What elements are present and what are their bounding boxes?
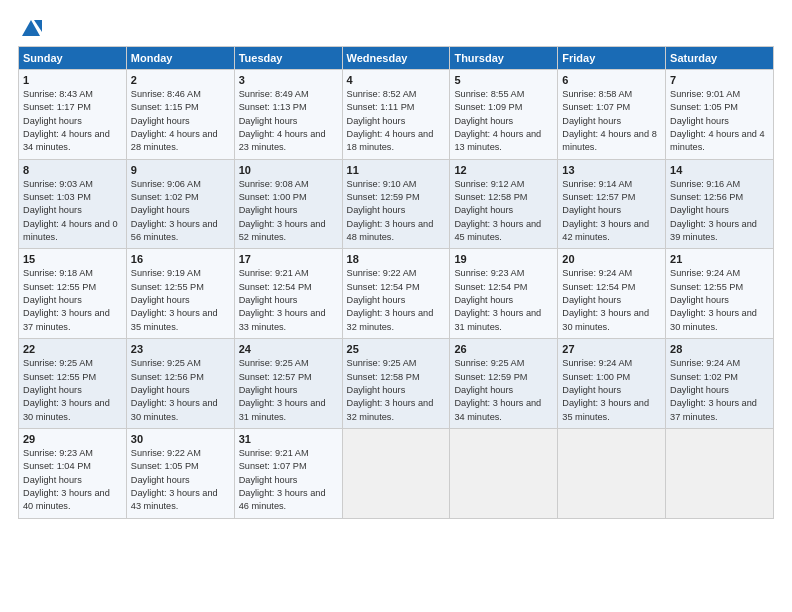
day-info: Sunrise: 9:10 AMSunset: 12:59 PMDaylight… [347, 179, 434, 242]
calendar-cell: 29 Sunrise: 9:23 AMSunset: 1:04 PMDaylig… [19, 428, 127, 518]
day-info: Sunrise: 9:22 AMSunset: 1:05 PMDaylight … [131, 448, 218, 511]
day-info: Sunrise: 9:23 AMSunset: 1:04 PMDaylight … [23, 448, 110, 511]
day-number: 14 [670, 164, 769, 176]
day-number: 21 [670, 253, 769, 265]
calendar-cell: 22 Sunrise: 9:25 AMSunset: 12:55 PMDayli… [19, 339, 127, 429]
day-number: 2 [131, 74, 230, 86]
calendar-cell: 26 Sunrise: 9:25 AMSunset: 12:59 PMDayli… [450, 339, 558, 429]
calendar-cell: 15 Sunrise: 9:18 AMSunset: 12:55 PMDayli… [19, 249, 127, 339]
day-info: Sunrise: 9:23 AMSunset: 12:54 PMDaylight… [454, 268, 541, 331]
day-number: 25 [347, 343, 446, 355]
day-info: Sunrise: 9:24 AMSunset: 1:02 PMDaylight … [670, 358, 757, 421]
weekday-header-friday: Friday [558, 47, 666, 70]
day-number: 3 [239, 74, 338, 86]
day-info: Sunrise: 9:22 AMSunset: 12:54 PMDaylight… [347, 268, 434, 331]
calendar-cell: 11 Sunrise: 9:10 AMSunset: 12:59 PMDayli… [342, 159, 450, 249]
day-number: 22 [23, 343, 122, 355]
day-info: Sunrise: 8:55 AMSunset: 1:09 PMDaylight … [454, 89, 541, 152]
calendar-cell: 7 Sunrise: 9:01 AMSunset: 1:05 PMDayligh… [666, 70, 774, 160]
day-info: Sunrise: 9:12 AMSunset: 12:58 PMDaylight… [454, 179, 541, 242]
day-info: Sunrise: 9:21 AMSunset: 12:54 PMDaylight… [239, 268, 326, 331]
calendar-cell: 5 Sunrise: 8:55 AMSunset: 1:09 PMDayligh… [450, 70, 558, 160]
calendar-cell: 31 Sunrise: 9:21 AMSunset: 1:07 PMDaylig… [234, 428, 342, 518]
day-info: Sunrise: 9:25 AMSunset: 12:57 PMDaylight… [239, 358, 326, 421]
day-number: 16 [131, 253, 230, 265]
day-number: 10 [239, 164, 338, 176]
weekday-header-monday: Monday [126, 47, 234, 70]
day-number: 27 [562, 343, 661, 355]
calendar-cell: 28 Sunrise: 9:24 AMSunset: 1:02 PMDaylig… [666, 339, 774, 429]
day-number: 17 [239, 253, 338, 265]
calendar-cell [342, 428, 450, 518]
calendar-cell [558, 428, 666, 518]
calendar-cell: 19 Sunrise: 9:23 AMSunset: 12:54 PMDayli… [450, 249, 558, 339]
day-number: 11 [347, 164, 446, 176]
calendar-cell: 8 Sunrise: 9:03 AMSunset: 1:03 PMDayligh… [19, 159, 127, 249]
day-info: Sunrise: 9:08 AMSunset: 1:00 PMDaylight … [239, 179, 326, 242]
calendar-cell: 17 Sunrise: 9:21 AMSunset: 12:54 PMDayli… [234, 249, 342, 339]
day-info: Sunrise: 9:21 AMSunset: 1:07 PMDaylight … [239, 448, 326, 511]
day-number: 23 [131, 343, 230, 355]
weekday-header-tuesday: Tuesday [234, 47, 342, 70]
calendar-cell: 6 Sunrise: 8:58 AMSunset: 1:07 PMDayligh… [558, 70, 666, 160]
calendar-table: SundayMondayTuesdayWednesdayThursdayFrid… [18, 46, 774, 519]
day-number: 26 [454, 343, 553, 355]
day-info: Sunrise: 8:43 AMSunset: 1:17 PMDaylight … [23, 89, 110, 152]
day-number: 13 [562, 164, 661, 176]
weekday-header-thursday: Thursday [450, 47, 558, 70]
calendar-cell: 23 Sunrise: 9:25 AMSunset: 12:56 PMDayli… [126, 339, 234, 429]
day-number: 29 [23, 433, 122, 445]
day-number: 31 [239, 433, 338, 445]
calendar-cell: 14 Sunrise: 9:16 AMSunset: 12:56 PMDayli… [666, 159, 774, 249]
day-info: Sunrise: 9:14 AMSunset: 12:57 PMDaylight… [562, 179, 649, 242]
day-number: 28 [670, 343, 769, 355]
day-info: Sunrise: 9:24 AMSunset: 12:55 PMDaylight… [670, 268, 757, 331]
calendar-cell: 16 Sunrise: 9:19 AMSunset: 12:55 PMDayli… [126, 249, 234, 339]
day-number: 19 [454, 253, 553, 265]
day-number: 5 [454, 74, 553, 86]
calendar-cell [666, 428, 774, 518]
day-info: Sunrise: 9:25 AMSunset: 12:55 PMDaylight… [23, 358, 110, 421]
calendar-cell: 24 Sunrise: 9:25 AMSunset: 12:57 PMDayli… [234, 339, 342, 429]
day-number: 4 [347, 74, 446, 86]
day-info: Sunrise: 9:01 AMSunset: 1:05 PMDaylight … [670, 89, 765, 152]
calendar-cell: 3 Sunrise: 8:49 AMSunset: 1:13 PMDayligh… [234, 70, 342, 160]
day-number: 7 [670, 74, 769, 86]
calendar-cell: 10 Sunrise: 9:08 AMSunset: 1:00 PMDaylig… [234, 159, 342, 249]
day-number: 15 [23, 253, 122, 265]
calendar-cell: 2 Sunrise: 8:46 AMSunset: 1:15 PMDayligh… [126, 70, 234, 160]
day-info: Sunrise: 9:25 AMSunset: 12:58 PMDaylight… [347, 358, 434, 421]
day-info: Sunrise: 9:18 AMSunset: 12:55 PMDaylight… [23, 268, 110, 331]
calendar-cell: 27 Sunrise: 9:24 AMSunset: 1:00 PMDaylig… [558, 339, 666, 429]
calendar-cell [450, 428, 558, 518]
day-info: Sunrise: 9:25 AMSunset: 12:59 PMDaylight… [454, 358, 541, 421]
page-header [18, 18, 774, 36]
day-number: 18 [347, 253, 446, 265]
calendar-cell: 30 Sunrise: 9:22 AMSunset: 1:05 PMDaylig… [126, 428, 234, 518]
day-number: 6 [562, 74, 661, 86]
weekday-header-wednesday: Wednesday [342, 47, 450, 70]
day-number: 1 [23, 74, 122, 86]
day-info: Sunrise: 8:58 AMSunset: 1:07 PMDaylight … [562, 89, 657, 152]
logo-icon [20, 18, 42, 40]
weekday-header-sunday: Sunday [19, 47, 127, 70]
calendar-cell: 13 Sunrise: 9:14 AMSunset: 12:57 PMDayli… [558, 159, 666, 249]
day-number: 30 [131, 433, 230, 445]
day-info: Sunrise: 9:06 AMSunset: 1:02 PMDaylight … [131, 179, 218, 242]
day-info: Sunrise: 9:24 AMSunset: 1:00 PMDaylight … [562, 358, 649, 421]
day-info: Sunrise: 9:19 AMSunset: 12:55 PMDaylight… [131, 268, 218, 331]
day-info: Sunrise: 8:49 AMSunset: 1:13 PMDaylight … [239, 89, 326, 152]
day-info: Sunrise: 9:03 AMSunset: 1:03 PMDaylight … [23, 179, 118, 242]
calendar-cell: 12 Sunrise: 9:12 AMSunset: 12:58 PMDayli… [450, 159, 558, 249]
calendar-cell: 4 Sunrise: 8:52 AMSunset: 1:11 PMDayligh… [342, 70, 450, 160]
calendar-cell: 21 Sunrise: 9:24 AMSunset: 12:55 PMDayli… [666, 249, 774, 339]
weekday-header-saturday: Saturday [666, 47, 774, 70]
calendar-cell: 9 Sunrise: 9:06 AMSunset: 1:02 PMDayligh… [126, 159, 234, 249]
day-info: Sunrise: 9:25 AMSunset: 12:56 PMDaylight… [131, 358, 218, 421]
day-info: Sunrise: 9:24 AMSunset: 12:54 PMDaylight… [562, 268, 649, 331]
day-info: Sunrise: 8:46 AMSunset: 1:15 PMDaylight … [131, 89, 218, 152]
day-info: Sunrise: 9:16 AMSunset: 12:56 PMDaylight… [670, 179, 757, 242]
day-number: 8 [23, 164, 122, 176]
calendar-cell: 18 Sunrise: 9:22 AMSunset: 12:54 PMDayli… [342, 249, 450, 339]
logo [18, 18, 42, 36]
